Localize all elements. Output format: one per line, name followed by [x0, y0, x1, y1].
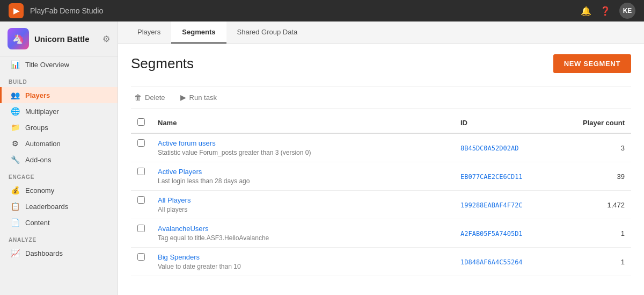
content-icon: 📄	[10, 218, 20, 227]
segment-player-count: 1	[621, 229, 625, 238]
segment-id: 8B45DC0A52D02AD	[460, 145, 518, 152]
row-id-cell: 199288EABAF4F72C	[454, 191, 561, 219]
segment-id: EB077CAE2CE6CD11	[460, 173, 523, 181]
multiplayer-icon: 🌐	[10, 107, 20, 116]
game-icon: 🦄	[8, 28, 29, 49]
groups-icon: 📁	[10, 123, 20, 132]
user-avatar[interactable]: KE	[619, 3, 635, 19]
playfab-logo: ▶	[9, 3, 24, 18]
row-checkbox[interactable]	[137, 196, 145, 204]
segment-description: All players	[158, 206, 187, 213]
tab-shared-group-data[interactable]: Shared Group Data	[226, 21, 309, 44]
row-count-cell: 39	[561, 162, 631, 191]
segment-player-count: 1,472	[607, 201, 625, 209]
header-player-count: Player count	[561, 113, 631, 133]
segment-description: Tag equal to title.ASF3.HelloAvalanche	[158, 234, 269, 242]
sidebar-item-content[interactable]: 📄 Content	[0, 214, 118, 231]
run-task-button[interactable]: ▶ Run task	[177, 91, 220, 104]
table-row: Big Spenders Value to date greater than …	[131, 248, 631, 276]
bell-icon[interactable]: 🔔	[581, 6, 591, 16]
row-count-cell: 1,472	[561, 191, 631, 219]
row-checkbox[interactable]	[137, 253, 145, 261]
segment-name-link[interactable]: All Players	[158, 196, 448, 204]
table-row: AvalancheUsers Tag equal to title.ASF3.H…	[131, 219, 631, 248]
row-checkbox[interactable]	[137, 168, 145, 175]
analyze-section-label: ANALYZE	[0, 231, 118, 245]
segment-name-link[interactable]: Big Spenders	[158, 253, 448, 261]
segment-player-count: 1	[621, 258, 625, 266]
segment-player-count: 39	[617, 172, 625, 181]
help-icon[interactable]: ❓	[600, 6, 611, 16]
row-checkbox[interactable]	[137, 225, 145, 232]
table-toolbar: 🗑 Delete ▶ Run task	[131, 86, 631, 109]
sidebar-item-groups[interactable]: 📁 Groups	[0, 119, 118, 135]
row-id-cell: A2FAB05F5A7405D1	[454, 219, 561, 248]
sidebar-item-automation[interactable]: ⚙ Automation	[0, 135, 118, 152]
row-name-cell: Big Spenders Value to date greater than …	[151, 248, 454, 276]
run-icon: ▶	[180, 93, 186, 102]
select-all-checkbox[interactable]	[137, 118, 145, 126]
row-checkbox-cell	[131, 219, 151, 248]
segments-table: Name ID Player count Active forum users …	[131, 113, 631, 276]
row-checkbox-cell	[131, 191, 151, 219]
row-id-cell: 1D848AF6A4C55264	[454, 248, 561, 276]
sidebar-item-addons[interactable]: 🔧 Add-ons	[0, 152, 118, 168]
row-checkbox-cell	[131, 133, 151, 162]
sidebar-item-label: Automation	[25, 140, 61, 148]
sidebar-item-economy[interactable]: 💰 Economy	[0, 182, 118, 198]
segment-description: Statistic value Forum_posts greater than…	[158, 149, 311, 156]
segment-name-link[interactable]: Active Players	[158, 168, 448, 176]
economy-icon: 💰	[10, 186, 20, 195]
row-checkbox-cell	[131, 248, 151, 276]
sidebar-item-multiplayer[interactable]: 🌐 Multiplayer	[0, 103, 118, 119]
segment-description: Value to date greater than 10	[158, 263, 241, 270]
sidebar-item-label: Players	[25, 91, 50, 99]
sidebar: 🦄 Unicorn Battle ⚙ 📊 Title Overview BUIL…	[0, 21, 118, 295]
tab-segments[interactable]: Segments	[171, 21, 226, 44]
table-row: Active forum users Statistic value Forum…	[131, 133, 631, 162]
sidebar-item-dashboards[interactable]: 📈 Dashboards	[0, 245, 118, 261]
row-count-cell: 3	[561, 133, 631, 162]
tab-bar: Players Segments Shared Group Data	[118, 21, 644, 44]
leaderboards-icon: 📋	[10, 202, 20, 211]
page-content: Segments NEW SEGMENT 🗑 Delete ▶ Run task	[118, 44, 644, 287]
game-name: Unicorn Battle	[34, 34, 97, 44]
table-row: All Players All players 199288EABAF4F72C…	[131, 191, 631, 219]
delete-button[interactable]: 🗑 Delete	[131, 91, 169, 104]
row-id-cell: 8B45DC0A52D02AD	[454, 133, 561, 162]
sidebar-item-label: Add-ons	[25, 156, 51, 164]
sidebar-item-leaderboards[interactable]: 📋 Leaderboards	[0, 198, 118, 214]
tab-players[interactable]: Players	[127, 21, 171, 44]
main-content: Players Segments Shared Group Data Segme…	[118, 21, 644, 295]
settings-gear-icon[interactable]: ⚙	[103, 34, 110, 44]
sidebar-item-title-overview[interactable]: 📊 Title Overview	[0, 56, 118, 73]
row-name-cell: Active forum users Statistic value Forum…	[151, 133, 454, 162]
segment-player-count: 3	[621, 144, 625, 152]
row-checkbox[interactable]	[137, 139, 145, 147]
segment-description: Last login less than 28 days ago	[158, 177, 250, 185]
sidebar-item-label: Content	[25, 219, 50, 227]
game-icon-inner: 🦄	[8, 28, 29, 49]
row-checkbox-cell	[131, 162, 151, 191]
segment-id: A2FAB05F5A7405D1	[460, 230, 523, 238]
main-layout: 🦄 Unicorn Battle ⚙ 📊 Title Overview BUIL…	[0, 21, 644, 295]
sidebar-item-label: Multiplayer	[25, 107, 59, 116]
header-name: Name	[151, 113, 454, 133]
top-bar: ▶ PlayFab Demo Studio 🔔 ❓ KE	[0, 0, 644, 21]
bar-chart-icon: 📊	[10, 60, 20, 69]
build-section-label: BUILD	[0, 73, 118, 87]
sidebar-item-label: Dashboards	[25, 249, 63, 257]
dashboards-icon: 📈	[10, 249, 20, 257]
table-row: Active Players Last login less than 28 d…	[131, 162, 631, 191]
sidebar-item-label: Title Overview	[25, 61, 69, 69]
segment-name-link[interactable]: AvalancheUsers	[158, 225, 448, 233]
row-id-cell: EB077CAE2CE6CD11	[454, 162, 561, 191]
segment-id: 1D848AF6A4C55264	[460, 258, 523, 266]
sidebar-item-players[interactable]: 👥 Players	[0, 87, 118, 103]
segment-id: 199288EABAF4F72C	[460, 202, 523, 209]
row-name-cell: All Players All players	[151, 191, 454, 219]
engage-section-label: ENGAGE	[0, 168, 118, 182]
new-segment-button[interactable]: NEW SEGMENT	[553, 54, 631, 73]
row-name-cell: AvalancheUsers Tag equal to title.ASF3.H…	[151, 219, 454, 248]
segment-name-link[interactable]: Active forum users	[158, 139, 448, 147]
